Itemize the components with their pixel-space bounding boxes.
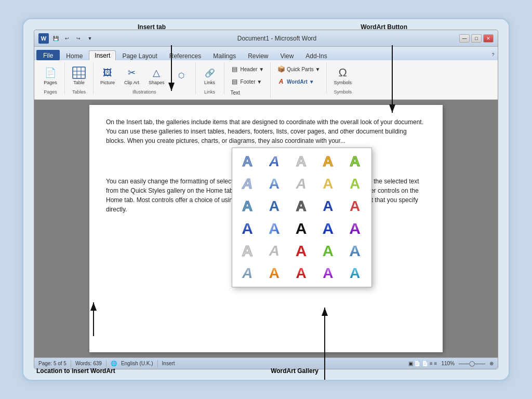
ribbon-tabs: File Home Insert Page Layout References … [34, 47, 498, 60]
wordart-item-17[interactable]: A [289, 218, 313, 239]
wordart-item-26[interactable]: A [262, 263, 286, 284]
minimize-button[interactable]: — [459, 34, 470, 43]
table-icon [72, 65, 86, 80]
title-bar-left: W 💾 ↩ ↪ ▼ [38, 33, 95, 44]
header-footer-items: ▤ Header ▼ ▤ Footer ▼ Text [228, 62, 267, 98]
save-qat-button[interactable]: 💾 [51, 34, 60, 43]
wordart-item-14[interactable]: A [343, 196, 367, 217]
wordart-item-16[interactable]: A [262, 218, 286, 239]
page-number-button[interactable]: Text [228, 88, 243, 97]
wordart-item-11[interactable]: A [262, 196, 286, 217]
status-words: Words: 639 [75, 361, 102, 366]
tab-review[interactable]: Review [242, 51, 274, 60]
maximize-button[interactable]: □ [471, 34, 482, 43]
document-area: On the Insert tab, the galleries include… [34, 100, 498, 357]
symbols-group-label: Symbols [330, 88, 355, 95]
links-group-items: 🔗 Links [199, 62, 221, 88]
links-icon: 🔗 [203, 65, 217, 80]
tab-references[interactable]: References [164, 51, 207, 60]
smartart-icon: ⬡ [174, 68, 189, 83]
pages-group-items: 📄 Pages [39, 62, 61, 88]
wordart-item-27[interactable]: A [289, 263, 313, 284]
qat-dropdown-button[interactable]: ▼ [85, 34, 95, 43]
header-icon: ▤ [231, 65, 239, 73]
status-mode: Insert [162, 361, 175, 366]
wordart-item-5[interactable]: A [235, 174, 259, 194]
status-zoom: 110% [441, 361, 455, 366]
tab-view[interactable]: View [275, 51, 300, 60]
symbols-button[interactable]: Ω Symbols [330, 63, 355, 87]
shapes-icon: △ [149, 65, 164, 80]
close-button[interactable]: ✕ [483, 34, 494, 43]
wordart-item-29[interactable]: A [343, 263, 367, 284]
clip-art-button[interactable]: ✂ Clip Art [121, 63, 143, 87]
tab-insert[interactable]: Insert [89, 50, 116, 60]
quick-parts-button[interactable]: 📦 Quick Parts ▼ [274, 63, 323, 75]
redo-qat-button[interactable]: ↪ [74, 34, 83, 43]
tab-add-ins[interactable]: Add-Ins [300, 51, 332, 60]
wordart-item-12[interactable]: A [289, 196, 313, 217]
wordart-item-1[interactable]: A [262, 151, 286, 172]
wordart-item-9[interactable]: A [343, 174, 367, 194]
undo-qat-button[interactable]: ↩ [62, 34, 72, 43]
ribbon-group-tables: Table Tables [66, 62, 94, 95]
zoom-plus[interactable]: ⊕ [489, 361, 494, 366]
quick-parts-icon: 📦 [277, 65, 285, 73]
smartart-button[interactable]: ⬡ [170, 66, 192, 85]
wordart-item-22[interactable]: A [289, 241, 313, 261]
pages-group-label: Pages [39, 88, 61, 95]
help-button[interactable]: ? [488, 50, 498, 59]
wordart-item-7[interactable]: A [289, 174, 313, 194]
wordart-item-18[interactable]: A [316, 218, 340, 239]
pages-button[interactable]: 📄 Pages [39, 63, 61, 87]
tab-page-layout[interactable]: Page Layout [116, 51, 163, 60]
symbols-icon: Ω [336, 65, 350, 80]
pages-icon: 📄 [43, 65, 58, 80]
tab-home[interactable]: Home [60, 51, 88, 60]
wordart-item-6[interactable]: A [262, 174, 286, 194]
tables-group-items: Table [68, 62, 90, 88]
wordart-item-2[interactable]: A [289, 151, 313, 172]
title-bar: W 💾 ↩ ↪ ▼ Document1 - Microsoft Word — □… [34, 30, 498, 47]
wordart-item-0[interactable]: A [235, 151, 259, 172]
wordart-item-21[interactable]: A [262, 241, 286, 261]
tab-mailings[interactable]: Mailings [207, 51, 242, 60]
wordart-item-10[interactable]: A [235, 196, 259, 217]
wordart-item-20[interactable]: A [235, 241, 259, 261]
footer-icon: ▤ [231, 77, 239, 86]
tables-group-label: Tables [68, 88, 90, 95]
ribbon-content: 📄 Pages Pages [34, 60, 498, 100]
zoom-slider[interactable]: ——◯—— [459, 361, 485, 366]
wordart-item-19[interactable]: A [343, 218, 367, 239]
links-group-label: Links [199, 88, 221, 95]
links-button[interactable]: 🔗 Links [199, 63, 221, 87]
wordart-item-3[interactable]: A [316, 151, 340, 172]
text-group-items: 📦 Quick Parts ▼ A WordArt ▼ [274, 62, 323, 94]
wordart-item-24[interactable]: A [343, 241, 367, 261]
status-language: English (U.K.) [121, 361, 153, 366]
wordart-item-15[interactable]: A [235, 218, 259, 239]
wordart-item-8[interactable]: A [316, 174, 340, 194]
wordart-icon: A [277, 77, 285, 86]
wordart-item-4[interactable]: A [343, 151, 367, 172]
wordart-item-25[interactable]: A [235, 263, 259, 284]
status-page: Page: 5 of 5 [38, 361, 66, 366]
tab-file[interactable]: File [36, 50, 60, 60]
annotation-gallery: WordArt Gallery [271, 367, 318, 375]
word-window: W 💾 ↩ ↪ ▼ Document1 - Microsoft Word — □… [34, 30, 498, 369]
picture-button[interactable]: 🖼 Picture [97, 63, 118, 87]
ribbon-group-links: 🔗 Links Links [197, 62, 224, 95]
ribbon-group-pages: 📄 Pages Pages [37, 62, 65, 95]
wordart-item-28[interactable]: A [316, 263, 340, 284]
wordart-item-13[interactable]: A [316, 196, 340, 217]
window-title: Document1 - Microsoft Word [95, 35, 459, 42]
wordart-gallery-popup: A A A A A A [232, 148, 372, 287]
table-button[interactable]: Table [68, 63, 90, 87]
header-button[interactable]: ▤ Header ▼ [228, 63, 267, 75]
wordart-button[interactable]: A WordArt ▼ [274, 76, 317, 87]
footer-button[interactable]: ▤ Footer ▼ [228, 76, 265, 87]
shapes-button[interactable]: △ Shapes [145, 63, 168, 87]
wordart-item-23[interactable]: A [316, 241, 340, 261]
status-sep-1 [71, 360, 71, 367]
ribbon-group-header-footer: ▤ Header ▼ ▤ Footer ▼ Text [225, 62, 271, 98]
